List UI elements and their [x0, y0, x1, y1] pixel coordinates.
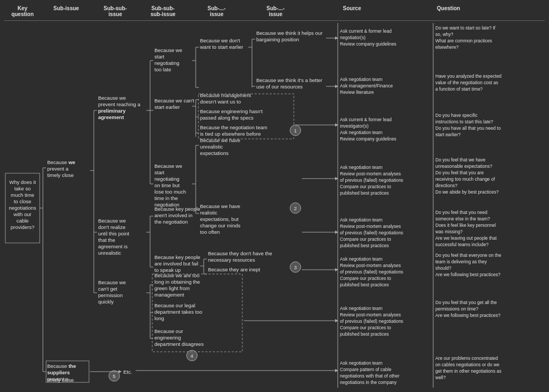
real-t1: Because we have [200, 203, 240, 209]
diagram-svg: Why does it take so much time to close n… [4, 23, 545, 388]
src6-t2: Review post-mortem analyses [340, 263, 401, 268]
s3-t1: Because we [98, 279, 126, 285]
s2-t6: unrealistic [98, 250, 121, 256]
s2-t2: don't realize [98, 224, 125, 230]
helps-t1: Because we think it helps our [256, 30, 323, 36]
tied-t2: is tied up elsewhere before [200, 131, 261, 137]
ss1-t4: too late [154, 66, 171, 72]
src4-t5: published best practices [340, 190, 389, 196]
dw-t2: want to start earlier [199, 44, 243, 50]
q8-t4: well? [435, 375, 446, 380]
q7-t3: Are we following best practices? [435, 313, 501, 318]
engd-t2: engineering [154, 335, 181, 341]
src3-t2: investigator(s) [340, 123, 369, 129]
q1-t2: so, why? [435, 32, 454, 37]
q8-t2: on cables negotiations or do we [435, 362, 500, 367]
unreal-t3: expectations [200, 150, 229, 156]
q1-t3: What are common practices [435, 38, 492, 43]
unreal-t1: Because we have [200, 137, 240, 143]
q4-t2: unreasonable expectations? [435, 164, 493, 169]
suppliers-text2: suppliers [47, 369, 70, 375]
ss1-t3: negotiating [154, 60, 179, 66]
kp1-t2: aren't involved in [154, 212, 192, 218]
src8-t3: negotiations with that of other [340, 373, 399, 379]
src7-t4: Compare our practices to [340, 325, 391, 330]
src3-t4: Review company guidelines [340, 136, 396, 142]
s1-t4: agreement [98, 114, 124, 120]
kp2-t1: Because key people [154, 254, 201, 260]
branch1-text3: timely close [47, 172, 74, 178]
q1-t4: elsewhere? [435, 45, 459, 50]
q5-t1: Do you feel that you need [435, 210, 487, 215]
q2-t2: value of the negotiation cost as [435, 80, 498, 85]
src2-t3: Review literature [340, 90, 374, 95]
header-key: Keyquestion [4, 4, 41, 18]
q5-t3: Does it feel like key personnel [435, 223, 496, 228]
mgmt-t2: doesn't want us to [200, 99, 241, 105]
s2-t4: that the [98, 237, 115, 243]
header-sub1: Sub-issue [41, 4, 92, 18]
q7-t2: permissions on time? [435, 306, 479, 312]
s1-t1: Because we [98, 95, 126, 101]
real-t5: too often [200, 229, 220, 235]
num-5: 5 [113, 373, 115, 379]
q2-t1: Have you analyzed the expected [435, 73, 502, 79]
eng-t1: Because engineering hasn't [200, 108, 263, 114]
q6-t3: should? [435, 265, 451, 271]
branch1-text2: prevent a [47, 166, 69, 172]
src5-t1: Ask negotiation team [340, 217, 382, 223]
real-t3: expectations, but [200, 216, 239, 222]
gl-t2: long in obtaining the [154, 279, 200, 285]
ss3-t1: Because we [154, 163, 182, 169]
kq6: with our [13, 211, 31, 217]
header-sub2: Sub-sub-issue [92, 4, 139, 18]
q5-t6: successful teams include? [435, 242, 488, 247]
kp2-t2: are involved but fail [154, 261, 198, 267]
src8-t1: Ask negotiation team [340, 360, 382, 366]
better-t1: Because we think it's a better [256, 77, 322, 83]
q5-t4: was missing? [435, 229, 463, 234]
q7-t1: Do you feel that you get all the [435, 300, 497, 305]
s3-t3: permission [98, 292, 123, 298]
q3-t1: Do you have specific [435, 113, 478, 118]
eng-t2: passed along the specs [200, 115, 254, 121]
q3-t2: instructions to start this late? [435, 119, 493, 124]
header-sub3: Sub-sub-sub-issue [139, 4, 187, 18]
gl-t3: green light from [154, 285, 190, 291]
ss3-t3: negotiating [154, 176, 179, 182]
src4-t3: of previous (failed) negotiations [340, 177, 403, 183]
src8-t2: Compare pattern of cable [340, 367, 391, 372]
src2-t2: Ask management/Finance [340, 83, 393, 88]
s1-t3: preliminary [98, 108, 126, 114]
header-question: Question [399, 4, 498, 18]
q4-t1: Do you feel that we have [435, 157, 486, 162]
gl-t1: Because we are too [154, 272, 199, 278]
nores-t1: Because they don't have the [208, 250, 272, 256]
src6-t3: of previous (failed) negotiations [340, 269, 403, 275]
q5-t5: Are we leaving out people that [435, 235, 497, 241]
q6-t2: team is delivering as they [435, 259, 487, 264]
main-area: Why does it take so much time to close n… [4, 23, 545, 388]
s3-t4: quickly [98, 299, 114, 305]
src7-t1: Ask negotiation team [340, 306, 382, 311]
src7-t3: of previous (failed) negotiations [340, 319, 403, 324]
diagram-container: Keyquestion Sub-issue Sub-sub-issue Sub-… [0, 0, 549, 392]
s2-t3: until this point [98, 231, 129, 236]
suppliers-text4: timely close [47, 377, 74, 383]
ss2-t1: Because we can't [154, 98, 195, 103]
src1-t2: negotiator(s) [340, 35, 366, 40]
src4-t1: Ask negotiation team [340, 165, 382, 170]
src3-t3: Ask negotiation team [340, 130, 382, 135]
gl-t4: management [154, 292, 184, 298]
q8-t3: get them in other negotiations as [435, 368, 501, 374]
src1-t1: Ask current & former lead [340, 28, 392, 34]
ss3-t4: on time but [154, 182, 180, 188]
num-4: 4 [190, 353, 193, 359]
key-question-text: Why does it [9, 179, 36, 185]
kq7: cable [17, 218, 29, 224]
q3-t3: Do you have all that you need to [435, 125, 501, 131]
src7-t2: Review post-mortem analyses [340, 312, 401, 317]
s3-t2: can't get [98, 286, 117, 292]
kq3: much time [11, 192, 34, 198]
suppliers-text1: Because the [47, 363, 76, 369]
